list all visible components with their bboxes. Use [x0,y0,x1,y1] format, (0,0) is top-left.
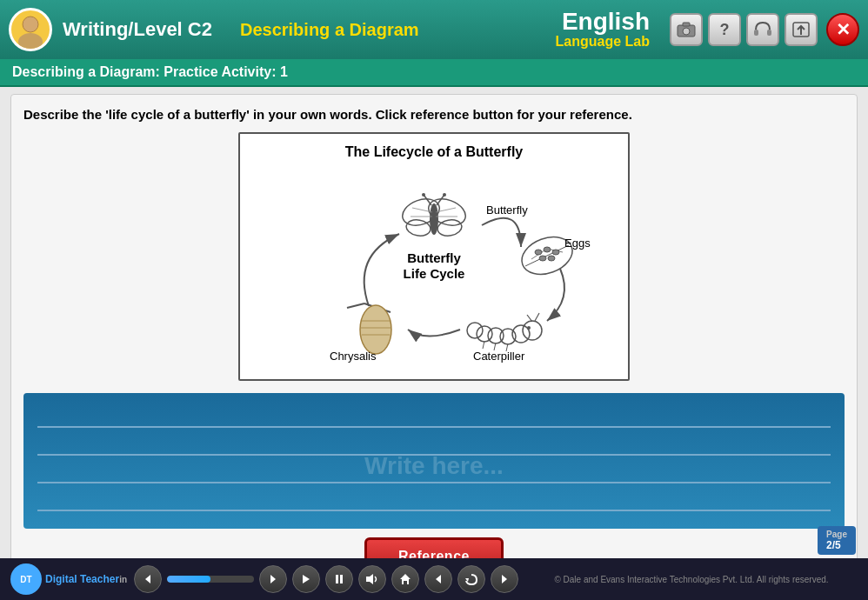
language-lab-title: Language Lab [556,34,650,50]
progress-fill [167,576,210,583]
next-btn[interactable] [259,565,287,593]
header: Writing/Level C2 Describing a Diagram En… [0,0,868,59]
svg-rect-5 [683,23,690,26]
play-btn[interactable] [292,565,320,593]
svg-point-31 [544,247,551,252]
svg-line-50 [347,303,364,308]
footer-logo-area: DT Digital Teacherin [10,563,127,595]
svg-rect-60 [336,575,338,583]
svg-point-4 [683,28,690,35]
svg-marker-66 [502,575,507,583]
english-title: English [556,10,650,34]
svg-rect-61 [340,575,343,583]
svg-point-18 [422,193,425,197]
forward-btn[interactable] [491,565,518,593]
svg-point-33 [539,256,546,261]
camera-icon-btn[interactable] [670,13,703,46]
sound-btn[interactable] [358,565,386,593]
prev-btn[interactable] [134,565,162,593]
share-icon-btn[interactable] [785,13,818,46]
progress-bar[interactable] [167,576,254,583]
svg-point-32 [552,250,559,255]
svg-point-38 [488,328,504,343]
header-icons: ? ✕ [670,13,859,46]
svg-marker-57 [145,575,150,583]
svg-marker-64 [436,575,441,583]
svg-marker-58 [270,575,276,583]
diagram-title: The Lifecycle of a Butterfly [250,144,618,160]
close-btn[interactable]: ✕ [826,13,859,46]
svg-point-34 [548,256,555,261]
svg-point-1 [18,33,43,49]
svg-rect-7 [767,30,771,36]
svg-point-15 [437,218,464,238]
breadcrumb: Describing a Diagram: Practice Activity:… [0,59,868,87]
text-input-area[interactable]: Write here... [23,393,845,529]
svg-point-40 [467,323,483,338]
svg-text:Caterpiller: Caterpiller [473,350,525,363]
pause-btn[interactable] [325,565,353,593]
diagram-container: The Lifecycle of a Butterfly Butterfly L… [238,132,630,381]
svg-text:Butterfly: Butterfly [407,250,461,265]
svg-point-41 [523,321,542,340]
svg-marker-62 [366,574,373,584]
svg-marker-63 [400,574,411,584]
text-line-4[interactable] [37,489,831,511]
header-left: Writing/Level C2 Describing a Diagram [9,8,419,51]
instruction: Describe the 'life cycle of a butterfly'… [23,107,845,122]
svg-rect-6 [754,30,758,36]
replay-btn[interactable] [457,565,485,593]
svg-text:Chrysalis: Chrysalis [330,350,377,363]
back-btn[interactable] [424,565,452,593]
svg-text:Life Cycle: Life Cycle [404,266,465,281]
svg-point-30 [535,250,542,255]
footer-logo-icon: DT [10,563,42,595]
svg-point-2 [23,17,38,32]
avatar [9,8,52,51]
footer-controls [134,565,518,593]
svg-marker-59 [303,575,310,583]
svg-point-16 [430,203,438,235]
home-btn[interactable] [391,565,419,593]
watermark: Write here... [37,452,831,480]
footer-copyright: © Dale and Evans Interactive Technologie… [525,575,858,584]
help-icon-btn[interactable]: ? [708,13,741,46]
lifecycle-diagram: Butterfly Life Cycle [250,169,618,369]
svg-text:Eggs: Eggs [564,237,591,250]
svg-point-20 [443,193,446,197]
header-right: English Language Lab ? [556,10,859,50]
svg-point-42 [527,326,531,330]
footer: DT Digital Teacherin [0,558,868,600]
header-title: Writing/Level C2 [63,18,212,41]
text-line-1[interactable] [37,405,831,428]
headphone-icon-btn[interactable] [746,13,779,46]
svg-point-51 [360,305,391,354]
header-subtitle: Describing a Diagram [240,20,419,40]
text-line-2[interactable] [37,433,831,456]
svg-point-14 [405,218,432,238]
svg-line-44 [535,313,539,321]
footer-logo-text: Digital Teacherin [45,573,127,585]
text-line-3[interactable]: Write here... [37,461,831,483]
svg-text:Butterfly: Butterfly [486,203,528,217]
page-badge: Page 2/5 [818,526,856,555]
svg-point-39 [477,326,492,342]
